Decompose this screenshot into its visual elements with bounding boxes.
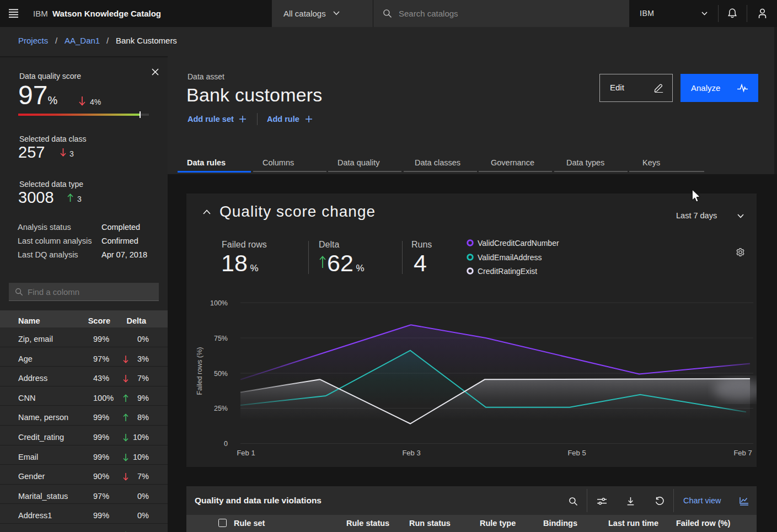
svg-text:Feb 5: Feb 5 bbox=[567, 449, 586, 457]
svg-text:25%: 25% bbox=[214, 405, 228, 412]
svg-text:50%: 50% bbox=[214, 370, 228, 378]
svg-text:Feb 7: Feb 7 bbox=[733, 449, 752, 457]
svg-text:Feb 3: Feb 3 bbox=[402, 449, 420, 457]
svg-text:Failed rows (%): Failed rows (%) bbox=[196, 347, 203, 395]
svg-text:Feb 1: Feb 1 bbox=[237, 449, 255, 457]
svg-text:100%: 100% bbox=[210, 299, 228, 307]
svg-text:0: 0 bbox=[224, 440, 228, 448]
svg-text:75%: 75% bbox=[214, 335, 228, 342]
